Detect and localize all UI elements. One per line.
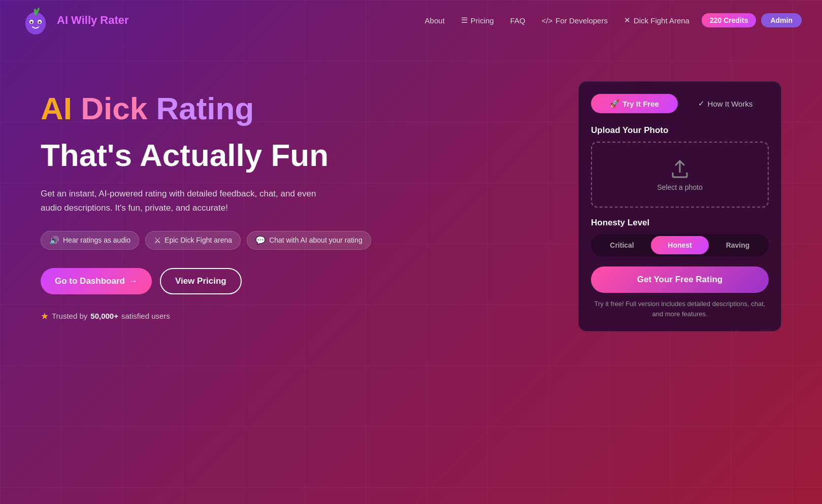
honesty-selector: Critical Honest Raving xyxy=(591,234,769,256)
trust-badge: ★ Trusted by 50,000+ satisfied users xyxy=(41,311,538,322)
upload-area[interactable]: Select a photo xyxy=(591,142,769,208)
hero-subtitle: That's Actually Fun xyxy=(41,138,538,173)
nav-pricing[interactable]: ☰ Pricing xyxy=(461,16,494,25)
svg-point-1 xyxy=(25,12,46,35)
pill-chat: 💬 Chat with AI about your rating xyxy=(247,231,371,250)
star-icon: ★ xyxy=(41,311,49,322)
svg-point-4 xyxy=(30,21,32,23)
admin-button[interactable]: Admin xyxy=(761,13,802,27)
honesty-label: Honesty Level xyxy=(591,218,769,228)
honesty-honest[interactable]: Honest xyxy=(651,236,709,254)
main-content: AI Dick Rating That's Actually Fun Get a… xyxy=(0,41,822,331)
nav-links: About ☰ Pricing FAQ </> For Developers ✕… xyxy=(425,16,689,25)
upload-label: Upload Your Photo xyxy=(591,125,769,136)
honesty-critical[interactable]: Critical xyxy=(593,236,651,254)
arena-pill-icon: ⚔ xyxy=(154,236,161,245)
logo-area: AI Willy Rater xyxy=(20,5,129,36)
rocket-icon: 🚀 xyxy=(610,99,619,108)
svg-point-5 xyxy=(39,21,41,23)
arena-icon: ✕ xyxy=(624,16,631,25)
widget-section: 🚀 Try It Free ✓ How It Works Upload Your… xyxy=(578,81,781,331)
arrow-icon: → xyxy=(129,276,138,286)
pricing-icon: ☰ xyxy=(461,16,468,25)
audio-icon: 🔊 xyxy=(49,236,59,245)
upload-text: Select a photo xyxy=(657,183,703,191)
cta-buttons: Go to Dashboard → View Pricing xyxy=(41,268,538,294)
navbar: AI Willy Rater About ☰ Pricing FAQ </> F… xyxy=(0,0,822,41)
pill-arena: ⚔ Epic Dick Fight arena xyxy=(145,231,241,250)
credits-badge[interactable]: 220 Credits xyxy=(702,13,756,27)
logo-icon xyxy=(20,5,51,36)
upload-icon xyxy=(669,158,691,180)
nav-arena[interactable]: ✕ Dick Fight Arena xyxy=(624,16,689,25)
nav-developers[interactable]: </> For Developers xyxy=(542,16,608,25)
pricing-button[interactable]: View Pricing xyxy=(160,268,242,294)
widget-footer: Try it free! Full version includes detai… xyxy=(591,299,769,319)
feature-pills: 🔊 Hear ratings as audio ⚔ Epic Dick Figh… xyxy=(41,231,538,250)
hero-title: AI Dick Rating xyxy=(41,91,538,126)
hero-word-ai: AI xyxy=(41,91,72,126)
widget-tabs: 🚀 Try It Free ✓ How It Works xyxy=(591,94,769,113)
developers-icon: </> xyxy=(542,16,553,25)
logo-title: AI Willy Rater xyxy=(57,14,129,27)
pill-audio: 🔊 Hear ratings as audio xyxy=(41,231,139,250)
chat-icon: 💬 xyxy=(255,236,266,245)
tab-how-it-works[interactable]: ✓ How It Works xyxy=(682,94,769,113)
dashboard-button[interactable]: Go to Dashboard → xyxy=(41,268,152,294)
get-rating-button[interactable]: Get Your Free Rating xyxy=(591,266,769,293)
hero-description: Get an instant, AI-powered rating with d… xyxy=(41,187,325,214)
tab-try-free[interactable]: 🚀 Try It Free xyxy=(591,94,678,113)
hero-word-dick: Dick xyxy=(81,91,147,126)
nav-faq[interactable]: FAQ xyxy=(510,16,525,25)
honesty-raving[interactable]: Raving xyxy=(709,236,767,254)
hero-word-rating: Rating xyxy=(156,91,254,126)
widget-card: 🚀 Try It Free ✓ How It Works Upload Your… xyxy=(578,81,781,331)
hero-section: AI Dick Rating That's Actually Fun Get a… xyxy=(41,81,538,322)
check-icon: ✓ xyxy=(698,99,705,108)
nav-about[interactable]: About xyxy=(425,16,445,25)
